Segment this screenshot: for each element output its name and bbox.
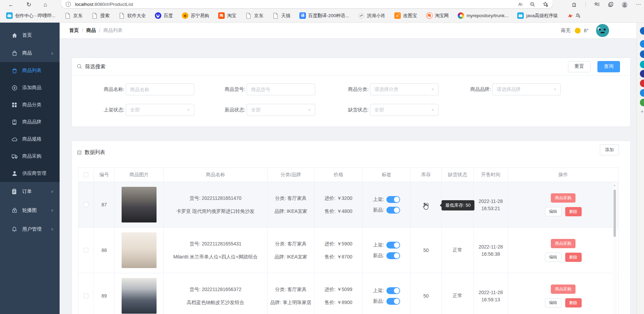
- read-aloud-icon[interactable]: A): [518, 2, 522, 7]
- edge-sidebar-app-icon[interactable]: [640, 27, 644, 35]
- table-scrollbar[interactable]: ▲: [613, 183, 617, 314]
- bookmark-item[interactable]: myrepository/trunk...: [458, 12, 508, 19]
- edit-button[interactable]: 编辑: [545, 207, 561, 216]
- shelf-status-select[interactable]: 全部∨: [126, 104, 194, 116]
- stock-value[interactable]: 50: [411, 273, 442, 314]
- row-checkbox[interactable]: [84, 293, 88, 298]
- collections-icon[interactable]: [608, 2, 614, 7]
- purchase-button[interactable]: 商品采购: [551, 239, 575, 248]
- bookmark-item[interactable]: 软件大全: [119, 12, 146, 19]
- product-brand-select[interactable]: 请选择品牌∨: [492, 83, 561, 95]
- bookmark-item[interactable]: 京东: [64, 12, 83, 19]
- bookmark-item[interactable]: 洪湖小肖: [358, 12, 385, 19]
- oos-status-select[interactable]: 全部∨: [370, 104, 438, 116]
- edit-button[interactable]: 编辑: [545, 253, 561, 262]
- chevron-down-icon: ∨: [431, 87, 434, 91]
- edit-button[interactable]: 编辑: [545, 298, 561, 307]
- edge-sidebar-app-icon[interactable]: [640, 61, 644, 68]
- address-bar[interactable]: i localhost:8080/#/ProductList A): [61, 0, 553, 8]
- extensions-icon[interactable]: [572, 2, 577, 7]
- new-product-toggle[interactable]: [386, 207, 400, 214]
- shelf-status-label: 上架状态:: [82, 107, 126, 113]
- new-product-toggle[interactable]: [386, 298, 400, 305]
- edge-sidebar-app-icon[interactable]: [640, 40, 644, 48]
- query-button[interactable]: 查询: [597, 61, 620, 72]
- zoom-out-icon[interactable]: [530, 2, 535, 7]
- edge-sidebar-app-icon[interactable]: [640, 70, 644, 77]
- add-button[interactable]: 添加: [600, 144, 619, 155]
- sidebar-item-用户管理[interactable]: 用户管理∨: [0, 220, 60, 239]
- bookmarks-bar: 创作中心 - 哔哩哔...京东搜索软件大全百度◉苏宁易购淘淘宝京东天猫译百度翻译…: [0, 9, 644, 23]
- app-window: 首页商品∧商品列表添加商品商品分类商品品牌商品规格商品采购供应商管理订单∨轮播图…: [0, 23, 636, 314]
- edge-sidebar-app-icon[interactable]: [640, 50, 644, 58]
- bookmark-item[interactable]: 天猫: [272, 12, 290, 19]
- product-sku-input[interactable]: [247, 83, 315, 95]
- gaitubao-icon: [394, 12, 401, 19]
- select-all-checkbox[interactable]: [84, 172, 88, 177]
- delete-button[interactable]: 删除: [565, 253, 582, 262]
- favorites-icon[interactable]: [594, 2, 600, 7]
- new-status-select[interactable]: 全部∨: [247, 104, 315, 116]
- edge-sidebar-add-icon[interactable]: +: [641, 108, 644, 114]
- product-category: 分类: 客厅家具: [275, 195, 307, 202]
- bookmark-item[interactable]: ◉苏宁易购: [182, 12, 209, 19]
- breadcrumb-product[interactable]: 商品: [86, 27, 96, 34]
- home-icon[interactable]: ⌂: [44, 2, 47, 8]
- stock-value[interactable]: 50: [411, 228, 442, 273]
- sidebar-item-商品品牌[interactable]: 商品品牌: [0, 113, 60, 131]
- product-name-input[interactable]: [126, 83, 194, 95]
- sidebar-item-商品规格[interactable]: 商品规格: [0, 131, 60, 148]
- purchase-button[interactable]: 商品采购: [551, 193, 575, 203]
- edge-sidebar-app-icon[interactable]: [640, 80, 644, 87]
- product-sku-label: 商品货号:: [203, 86, 247, 93]
- profile-avatar-icon[interactable]: [622, 2, 628, 8]
- breadcrumb-home[interactable]: 首页: [69, 27, 79, 34]
- purchase-button[interactable]: 商品采购: [551, 285, 575, 294]
- filter-title: 筛选搜索: [85, 63, 106, 70]
- sidebar: 首页商品∧商品列表添加商品商品分类商品品牌商品规格商品采购供应商管理订单∨轮播图…: [0, 23, 60, 314]
- bookmark-item[interactable]: 创作中心 - 哔哩哔...: [6, 12, 55, 19]
- sidebar-item-订单[interactable]: 订单∨: [0, 182, 60, 201]
- site-info-icon[interactable]: i: [66, 2, 71, 7]
- on-shelf-toggle[interactable]: [386, 287, 400, 294]
- sidebar-item-商品采购[interactable]: 商品采购: [0, 148, 60, 165]
- baidu-icon: [155, 12, 161, 19]
- bookmark-item[interactable]: 鸟: [567, 12, 581, 19]
- new-product-toggle[interactable]: [386, 252, 400, 259]
- sidebar-item-添加商品[interactable]: 添加商品: [0, 79, 60, 96]
- bookmark-item[interactable]: 改图宝: [394, 12, 417, 19]
- bookmark-item[interactable]: java高级程序猿: [517, 12, 558, 19]
- more-menu-icon[interactable]: ⋯: [636, 1, 641, 8]
- row-checkbox[interactable]: [84, 202, 88, 207]
- sidebar-item-商品分类[interactable]: 商品分类: [0, 96, 60, 113]
- table-row: 87货号: 202211281651470卡罗亚 现代简约俄罗斯进口转角沙发分类…: [78, 182, 618, 228]
- mouse-cursor-icon: [421, 202, 429, 212]
- sidebar-item-首页[interactable]: 首页: [0, 26, 60, 44]
- add-favorite-icon[interactable]: [543, 1, 548, 7]
- bookmark-item[interactable]: 淘淘宝网: [426, 12, 449, 19]
- bookmark-item[interactable]: 译百度翻译-200种语...: [299, 12, 349, 19]
- bilibili-icon: [6, 12, 13, 19]
- edge-sidebar-app-icon[interactable]: [640, 99, 644, 106]
- back-icon[interactable]: ←: [8, 2, 14, 8]
- scroll-up-arrow[interactable]: ▲: [613, 184, 616, 187]
- bookmark-item[interactable]: 京东: [245, 12, 263, 19]
- delete-button[interactable]: 删除: [565, 207, 582, 216]
- bookmark-item[interactable]: 淘淘宝: [218, 12, 236, 19]
- product-category-select[interactable]: 请选择分类∨: [370, 83, 438, 95]
- reset-button[interactable]: 重置: [568, 61, 591, 72]
- sidebar-item-供应商管理[interactable]: 供应商管理: [0, 165, 60, 182]
- delete-button[interactable]: 删除: [565, 298, 582, 307]
- row-checkbox[interactable]: [84, 248, 88, 253]
- bookmark-item[interactable]: 搜索: [91, 12, 110, 19]
- on-shelf-toggle[interactable]: [386, 242, 400, 249]
- sidebar-item-商品[interactable]: 商品∧: [0, 44, 60, 62]
- user-avatar[interactable]: [596, 24, 609, 37]
- sidebar-item-轮播图[interactable]: 轮播图∨: [0, 201, 60, 220]
- edge-sidebar-app-icon[interactable]: [640, 89, 644, 97]
- bookmark-item[interactable]: 百度: [155, 12, 173, 19]
- on-shelf-toggle[interactable]: [386, 196, 400, 203]
- sidebar-item-商品列表[interactable]: 商品列表: [0, 62, 60, 79]
- scrollbar-thumb[interactable]: [614, 190, 616, 237]
- refresh-icon[interactable]: ↻: [26, 2, 31, 8]
